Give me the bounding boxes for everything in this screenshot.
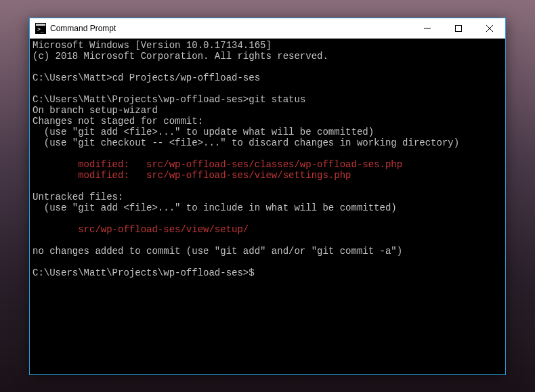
maximize-button[interactable] <box>443 18 474 38</box>
output-line: Microsoft Windows [Version 10.0.17134.16… <box>33 40 272 51</box>
prompt-active: C:\Users\Matt\Projects\wp-offload-ses>$ <box>33 267 255 278</box>
command-prompt-window: >_ Command Prompt Microsoft Windows [Ver… <box>29 18 506 375</box>
output-line: (use "git checkout -- <file>..." to disc… <box>33 137 459 148</box>
cursor: $ <box>249 267 254 278</box>
command-text: git status <box>249 94 305 105</box>
prompt-path: C:\Users\Matt\Projects\wp-offload-ses> <box>33 267 249 278</box>
svg-rect-1 <box>36 24 45 26</box>
svg-rect-4 <box>456 25 462 31</box>
output-line: (use "git add <file>..." to include in w… <box>33 202 397 213</box>
window-controls <box>412 18 505 38</box>
minimize-button[interactable] <box>412 18 443 38</box>
modified-file: modified: src/wp-offload-ses/view/settin… <box>33 170 351 181</box>
prompt: C:\Users\Matt\Projects\wp-offload-ses>gi… <box>33 94 305 105</box>
terminal-output[interactable]: Microsoft Windows [Version 10.0.17134.16… <box>30 39 505 374</box>
output-line: (use "git add <file>..." to update what … <box>33 127 374 137</box>
svg-text:>_: >_ <box>37 26 44 32</box>
prompt: C:\Users\Matt>cd Projects/wp-offload-ses <box>33 72 260 83</box>
command-text: cd Projects/wp-offload-ses <box>112 72 260 83</box>
cmd-icon: >_ <box>35 23 46 34</box>
close-button[interactable] <box>474 18 505 38</box>
untracked-file: src/wp-offload-ses/view/setup/ <box>33 224 249 235</box>
output-line: Changes not staged for commit: <box>33 116 203 127</box>
prompt-path: C:\Users\Matt> <box>33 72 112 83</box>
output-line: On branch setup-wizard <box>33 105 158 116</box>
output-line: Untracked files: <box>33 192 123 202</box>
prompt-path: C:\Users\Matt\Projects\wp-offload-ses> <box>33 94 249 105</box>
titlebar[interactable]: >_ Command Prompt <box>30 18 505 39</box>
output-line: no changes added to commit (use "git add… <box>33 246 402 257</box>
modified-file: modified: src/wp-offload-ses/classes/wp-… <box>33 159 402 170</box>
window-title: Command Prompt <box>50 24 412 33</box>
output-line: (c) 2018 Microsoft Corporation. All righ… <box>33 51 328 62</box>
